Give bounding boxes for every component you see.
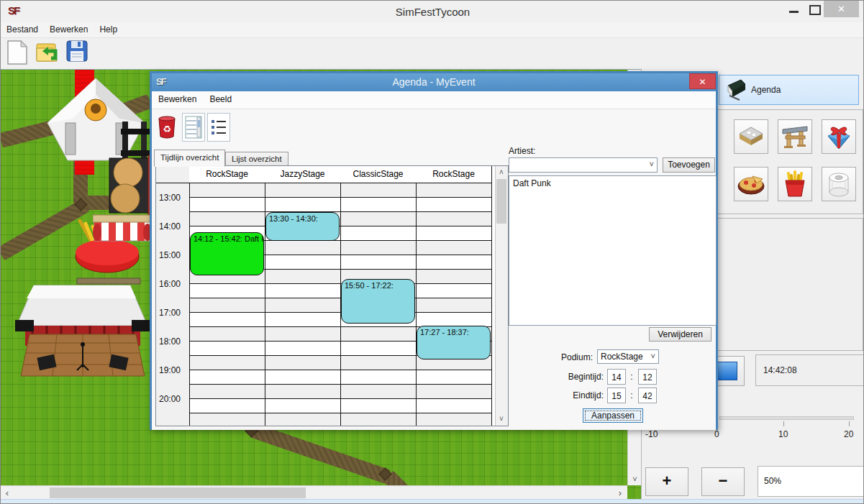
slider-tick: [849, 421, 850, 426]
zoom-level-field[interactable]: 50%: [758, 466, 864, 497]
table-view-icon: [185, 116, 202, 139]
open-file-button[interactable]: [35, 40, 61, 67]
scroll-right-icon[interactable]: ›: [614, 486, 627, 500]
grid-column-line: [189, 166, 190, 426]
hour-label: 18:00: [159, 336, 188, 347]
slider-label: 20: [844, 429, 853, 439]
schedule-event[interactable]: 15:50 - 17:22:: [341, 279, 415, 323]
apply-button[interactable]: Aanpassen: [583, 408, 643, 423]
stage-column-header: RockStage: [189, 166, 265, 183]
slider-label: -10: [645, 429, 658, 439]
artist-list-item[interactable]: Daft Punk: [509, 176, 716, 191]
scrollbar-thumb[interactable]: [50, 487, 306, 498]
artist-combobox[interactable]: ˅: [509, 157, 658, 173]
artist-listbox[interactable]: Daft Punk: [509, 175, 717, 326]
save-floppy-icon: [65, 40, 88, 63]
delete-event-button[interactable]: ♻: [156, 114, 178, 140]
dialog-titlebar[interactable]: SF Agenda - MyEvent ✕: [152, 73, 716, 91]
dialog-menu-bewerken[interactable]: Bewerken: [152, 91, 203, 107]
striped-stand[interactable]: [93, 214, 152, 247]
remove-artist-button[interactable]: Verwijderen: [649, 327, 711, 342]
menu-help[interactable]: Help: [94, 22, 123, 37]
item-torii-gate[interactable]: [778, 119, 812, 154]
window-titlebar: SF SimFestTycoon ✕: [1, 1, 864, 22]
podium-combobox[interactable]: RockStage ˅: [597, 349, 659, 364]
timeline-view-button[interactable]: [182, 113, 205, 142]
stage-column-header: JazzyStage: [265, 166, 340, 183]
minimize-icon[interactable]: [789, 11, 799, 13]
zoom-out-button[interactable]: −: [701, 467, 745, 496]
begin-min-field[interactable]: 12: [638, 369, 657, 385]
dialog-close-button[interactable]: ✕: [689, 73, 716, 89]
schedule-scrollbar[interactable]: ˄ ˅: [495, 166, 508, 426]
scrollbar-thumb[interactable]: [496, 179, 506, 224]
item-pizza[interactable]: [734, 167, 768, 201]
new-file-button[interactable]: [6, 40, 32, 67]
slider-tick: [783, 421, 784, 426]
scroll-down-icon[interactable]: ˅: [628, 472, 641, 485]
hour-label: 15:00: [159, 249, 188, 261]
add-artist-button[interactable]: Toevoegen: [663, 157, 715, 173]
play-icon: [717, 362, 737, 380]
artist-label: Artiest:: [509, 146, 535, 156]
maximize-icon[interactable]: [809, 5, 821, 15]
tab-tijdlijn-overzicht[interactable]: Tijdlijn overzicht: [154, 150, 225, 167]
platform-tile-icon: [737, 124, 765, 149]
menu-bestand[interactable]: Bestand: [1, 22, 44, 37]
schedule-event[interactable]: 17:27 - 18:37:: [417, 326, 491, 359]
tab-lijst-overzicht[interactable]: Lijst overzicht: [225, 152, 288, 166]
svg-text:♻: ♻: [163, 124, 171, 134]
schedule-event[interactable]: 14:12 - 15:42: Daft Punk: [190, 232, 264, 275]
speed-slider[interactable]: [719, 416, 854, 420]
menu-bewerken[interactable]: Bewerken: [44, 22, 94, 37]
dialog-menu-beeld[interactable]: Beeld: [203, 91, 238, 107]
agenda-label: Agenda: [751, 85, 781, 95]
scroll-down-icon[interactable]: ˅: [496, 413, 507, 425]
items-panel: [717, 109, 863, 214]
hour-label: 20:00: [159, 393, 188, 405]
hour-label: 16:00: [159, 278, 188, 290]
hour-label: 14:00: [159, 221, 188, 232]
pizza-icon: [737, 172, 765, 196]
item-toilet-paper[interactable]: [822, 167, 856, 201]
hour-label: 13:00: [159, 192, 188, 203]
item-gift[interactable]: [822, 119, 856, 154]
begintijd-label: Begintijd:: [553, 372, 604, 382]
scroll-up-icon[interactable]: ˄: [496, 167, 507, 178]
item-platform-tile[interactable]: [734, 119, 768, 154]
torii-gate-icon: [781, 124, 809, 150]
info-panel: [717, 218, 863, 351]
scroll-left-icon[interactable]: ‹: [1, 486, 14, 500]
map-horizontal-scrollbar[interactable]: ‹ ›: [1, 485, 627, 500]
list-view-button[interactable]: [207, 113, 230, 142]
end-min-field[interactable]: 42: [638, 388, 657, 403]
slider-label: 10: [778, 429, 788, 439]
podium-label: Podium:: [548, 352, 593, 362]
stage-column-header: ClassicStage: [340, 166, 416, 183]
main-stage[interactable]: [14, 284, 152, 386]
fries-icon: [783, 170, 807, 198]
grid-column-line: [416, 166, 417, 426]
begin-hour-field[interactable]: 14: [607, 369, 626, 385]
main-menubar: BestandBewerkenHelp: [1, 22, 864, 38]
hour-label: 17:00: [159, 307, 188, 319]
grid-column-line: [491, 166, 492, 426]
combo-arrow-icon: ˅: [650, 160, 654, 168]
podium-combo-value: RockStage: [601, 352, 643, 362]
stage-column-header: RockStage: [416, 166, 491, 183]
dialog-title: Agenda - MyEvent: [152, 76, 716, 88]
header-divider: [156, 183, 491, 183]
save-file-button[interactable]: [65, 40, 91, 67]
new-file-icon: [6, 40, 28, 65]
item-fries[interactable]: [778, 167, 812, 201]
dialog-body: BewerkenBeeld ♻: [152, 91, 716, 430]
agenda-book-icon: [725, 78, 748, 101]
schedule-grid[interactable]: 13:0014:0015:0016:0017:0018:0019:0020:00…: [155, 165, 509, 426]
list-view-icon: [210, 118, 227, 137]
zoom-in-button[interactable]: +: [645, 467, 688, 496]
close-button[interactable]: ✕: [824, 1, 859, 17]
schedule-event[interactable]: 13:30 - 14:30:: [265, 212, 340, 241]
end-hour-field[interactable]: 15: [607, 388, 626, 403]
agenda-button[interactable]: Agenda: [719, 75, 859, 105]
gift-icon: [825, 123, 852, 150]
